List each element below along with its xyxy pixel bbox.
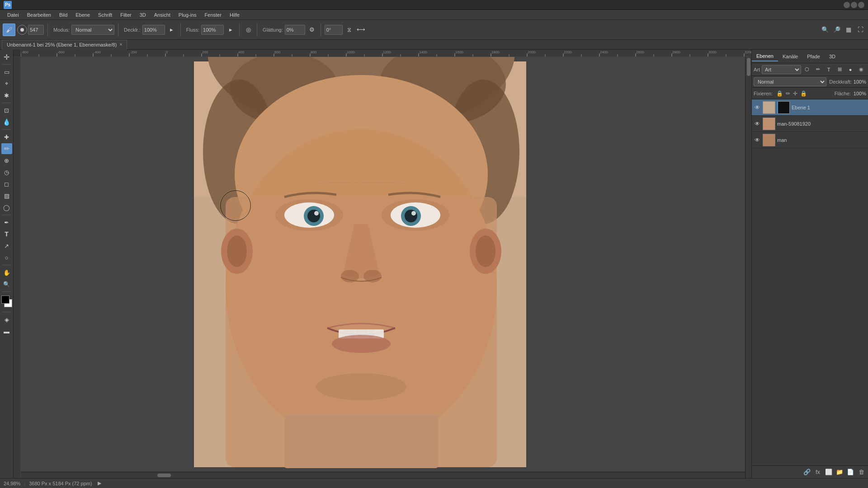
menu-filter[interactable]: Filter	[117, 11, 135, 19]
filter-btn-4[interactable]: ⊞	[835, 65, 844, 75]
ruler-top	[21, 50, 751, 57]
status-separator: |	[24, 481, 25, 486]
menu-datei[interactable]: Datei	[4, 11, 23, 19]
separator-3	[180, 23, 181, 37]
quick-mask-btn[interactable]: ◈	[1, 314, 12, 325]
lock-all[interactable]: 🔒	[800, 90, 807, 97]
panel-icon[interactable]: ▦	[844, 25, 854, 35]
h-scroll-thumb[interactable]	[157, 474, 171, 477]
menu-bearbeiten[interactable]: Bearbeiten	[24, 11, 55, 19]
pen-tool[interactable]: ✒	[1, 217, 12, 228]
maximize-btn[interactable]	[851, 2, 857, 8]
filter-btn-5[interactable]: ●	[845, 65, 855, 75]
status-arrow[interactable]: ▶	[98, 480, 101, 486]
search-icon[interactable]: 🔍	[820, 25, 830, 35]
zoom-tool[interactable]: 🔍	[1, 279, 12, 290]
horizontal-scrollbar[interactable]	[21, 472, 745, 478]
filter-toggle[interactable]: ◉	[856, 65, 866, 75]
lasso-tool[interactable]: ⌖	[1, 78, 12, 89]
lock-position[interactable]: ✛	[793, 90, 797, 97]
filter-btn-3[interactable]: T	[824, 65, 834, 75]
tab-pfade[interactable]: Pfade	[802, 52, 825, 61]
add-style-btn[interactable]: fx	[813, 467, 823, 477]
canvas-area[interactable]	[21, 57, 745, 478]
healing-tool[interactable]: ✚	[1, 131, 12, 142]
flux-label: Fluss:	[186, 27, 199, 33]
foreground-color[interactable]	[1, 296, 9, 304]
menu-ansicht[interactable]: Ansicht	[151, 11, 174, 19]
menu-fenster[interactable]: Fenster	[201, 11, 225, 19]
link-layers-btn[interactable]: 🔗	[802, 467, 812, 477]
layer-eye-man[interactable]: 👁	[754, 136, 761, 144]
butterfly-icon[interactable]: ⟷	[356, 25, 366, 35]
density-input[interactable]	[142, 25, 165, 35]
new-layer-btn[interactable]: 📄	[845, 467, 855, 477]
active-tab[interactable]: Unbenannt-1 bei 25% (Ebene 1, Ebenenmask…	[2, 40, 127, 50]
eraser-tool[interactable]: ◻	[1, 178, 12, 189]
screen-mode-btn[interactable]: ▬	[1, 326, 12, 337]
add-mask-btn[interactable]: ⬜	[824, 467, 834, 477]
delete-layer-btn[interactable]: 🗑	[856, 467, 866, 477]
lt-sep-2	[2, 103, 11, 103]
layer-item-man[interactable]: 👁 man	[752, 132, 868, 148]
shape-tool[interactable]: ○	[1, 252, 12, 263]
menu-plugins[interactable]: Plug-ins	[175, 11, 200, 19]
brush-size-input[interactable]	[28, 25, 44, 35]
window-controls[interactable]	[844, 2, 864, 8]
blend-mode-dropdown[interactable]: Normal Multiplizieren Abwedeln	[754, 77, 826, 86]
layer-item-man2[interactable]: 👁 man-59081920	[752, 116, 868, 132]
path-select-tool[interactable]: ↗	[1, 240, 12, 251]
lock-image[interactable]: ✏	[786, 90, 790, 97]
layer-eye-ebene1[interactable]: 👁	[754, 104, 761, 111]
layer-eye-man2[interactable]: 👁	[754, 120, 761, 127]
lock-transparent[interactable]: 🔒	[776, 90, 783, 97]
filter-dropdown[interactable]: Art Name	[762, 65, 801, 74]
density-arrow[interactable]: ▸	[167, 25, 177, 35]
flux-arrow[interactable]: ▸	[226, 25, 236, 35]
brush-preview[interactable]	[17, 25, 27, 35]
text-tool[interactable]: T	[1, 229, 12, 239]
brush-tool-icon[interactable]: 🖌	[3, 23, 15, 36]
quick-select-tool[interactable]: ✱	[1, 90, 12, 101]
gear-icon[interactable]: ⚙	[307, 25, 317, 35]
stamp-tool[interactable]: ⊕	[1, 155, 12, 166]
v-scroll-thumb[interactable]	[747, 58, 750, 76]
menu-schrift[interactable]: Schrift	[94, 11, 116, 19]
menu-hilfe[interactable]: Hilfe	[226, 11, 243, 19]
svg-point-18	[307, 210, 320, 222]
fullscreen-icon[interactable]: ⛶	[855, 25, 865, 35]
menu-bild[interactable]: Bild	[56, 11, 71, 19]
hand-tool[interactable]: ✋	[1, 267, 12, 278]
filter-btn-2[interactable]: ✏	[813, 65, 823, 75]
lt-sep-4	[2, 215, 11, 215]
eyedropper-tool[interactable]: 💧	[1, 117, 12, 127]
tab-3d[interactable]: 3D	[825, 52, 840, 61]
close-btn[interactable]	[858, 2, 864, 8]
crop-tool[interactable]: ⊡	[1, 105, 12, 116]
history-brush-tool[interactable]: ◷	[1, 167, 12, 178]
new-group-btn[interactable]: 📁	[835, 467, 844, 477]
tab-close-btn[interactable]: ×	[119, 42, 122, 47]
symmetry-icon[interactable]: ⧖	[344, 25, 354, 35]
smoothing-input[interactable]	[285, 25, 305, 35]
flux-input[interactable]	[201, 25, 224, 35]
marquee-tool[interactable]: ▭	[1, 66, 12, 77]
layer-item-ebene1[interactable]: 👁 Ebene 1	[752, 99, 868, 116]
angle-input[interactable]	[325, 25, 343, 35]
tab-ebenen[interactable]: Ebenen	[752, 52, 778, 61]
tab-kanaele[interactable]: Kanäle	[778, 52, 802, 61]
brush-tool[interactable]: ✏	[1, 143, 12, 154]
menu-ebene[interactable]: Ebene	[72, 11, 94, 19]
minimize-btn[interactable]	[844, 2, 850, 8]
dodge-tool[interactable]: ◯	[1, 202, 12, 213]
gradient-tool[interactable]: ▨	[1, 190, 12, 201]
airbrush-icon[interactable]: ◎	[243, 25, 253, 35]
move-tool[interactable]: ✛	[1, 52, 12, 62]
fill-value[interactable]: 100%	[854, 91, 866, 96]
zoom-level-icon[interactable]: 🔎	[832, 25, 842, 35]
menu-3d[interactable]: 3D	[136, 11, 150, 19]
vertical-scrollbar[interactable]	[745, 57, 751, 478]
opacity-value[interactable]: 100%	[854, 79, 866, 84]
filter-btn-1[interactable]: ⬡	[802, 65, 812, 75]
mode-dropdown[interactable]: Normal Multiplizieren Abwedeln	[71, 25, 114, 35]
